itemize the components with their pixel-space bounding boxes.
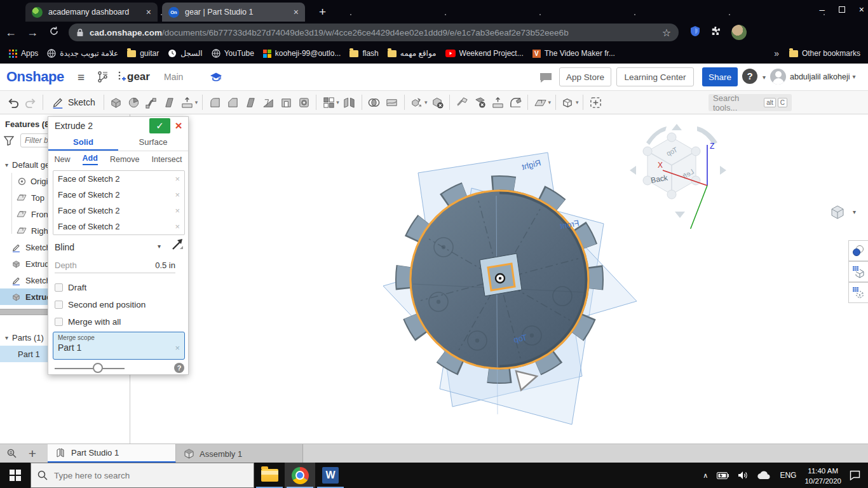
remove-merge-scope-icon[interactable]: × [175, 343, 180, 353]
add-tab-button[interactable]: + [24, 446, 41, 461]
taskbar-search[interactable] [31, 463, 254, 488]
configurations-button[interactable] [848, 282, 868, 303]
new-tab-button[interactable]: + [319, 5, 326, 19]
named-views-button[interactable] [848, 261, 868, 282]
modify-fillet-button[interactable] [506, 93, 524, 111]
browser-tab-1[interactable]: academany dashboard × [25, 3, 158, 22]
bookmark-guitar-folder[interactable]: guitar [127, 49, 159, 58]
bookmarks-overflow-icon[interactable]: » [774, 48, 779, 58]
bookmark-history[interactable]: السجل [168, 49, 203, 58]
dialog-accept-button[interactable]: ✓ [149, 118, 170, 133]
help-caret-icon[interactable]: ▾ [763, 74, 766, 81]
sweep-button[interactable] [143, 93, 161, 111]
clock[interactable]: 11:40 AM 10/27/2020 [801, 463, 845, 488]
other-bookmarks[interactable]: Other bookmarks [789, 49, 860, 58]
hole-button[interactable] [295, 93, 313, 111]
delete-face-button[interactable] [471, 93, 489, 111]
pattern-button[interactable] [320, 93, 337, 111]
tray-expand-icon[interactable]: ∧ [698, 463, 712, 488]
extension-puzzle-icon[interactable] [710, 26, 721, 39]
comment-icon[interactable] [539, 72, 553, 86]
loft-button[interactable] [161, 93, 179, 111]
share-button[interactable]: Share [702, 67, 738, 86]
thicken-button[interactable] [179, 93, 196, 111]
end-type-dropdown[interactable]: Blind [55, 239, 183, 255]
view-cube[interactable]: Top Back Left Z X Y [626, 121, 737, 229]
tab-part-studio-1[interactable]: Part Studio 1 [48, 444, 176, 463]
tab-solid[interactable]: Solid [48, 135, 118, 151]
tab-close-icon[interactable]: × [294, 7, 299, 17]
restore-button[interactable] [839, 6, 845, 13]
taskbar-search-input[interactable] [54, 471, 232, 480]
remove-face-icon[interactable]: × [175, 206, 180, 215]
remove-face-icon[interactable]: × [175, 190, 180, 200]
volume-icon[interactable] [733, 463, 752, 488]
bookmark-weekend-project[interactable]: Weekend Project... [445, 49, 524, 58]
dialog-help-icon[interactable]: ? [174, 363, 184, 373]
onedrive-icon[interactable] [752, 463, 775, 488]
bookmark-new-tab[interactable]: علامة تبويب جديدة [47, 49, 118, 58]
fillet-button[interactable] [206, 93, 224, 111]
bookmark-youtube[interactable]: YouTube [212, 49, 254, 58]
face-list-item[interactable]: Face of Sketch 2 × [53, 187, 184, 203]
thicken-caret-icon[interactable]: ▾ [195, 99, 198, 105]
taskbar-chrome[interactable] [285, 463, 315, 488]
expand-caret-icon[interactable]: ▾ [5, 161, 8, 168]
learning-center-button[interactable]: Learning Center [616, 67, 694, 86]
merge-all-checkbox[interactable] [55, 318, 63, 326]
bookmark-flash-folder[interactable]: flash [349, 49, 378, 58]
browser-tab-2-active[interactable]: On gear | Part Studio 1 × [162, 3, 305, 22]
main-menu-icon[interactable]: ≡ [78, 71, 85, 85]
bookmark-important-sites-folder[interactable]: مواقع مهمه [388, 49, 437, 58]
merge-all-checkbox-row[interactable]: Merge with all [55, 314, 182, 329]
shell-button[interactable] [277, 93, 295, 111]
split-button[interactable] [383, 93, 401, 111]
plane-button[interactable] [531, 93, 549, 111]
reload-button[interactable] [43, 26, 65, 39]
transform-caret-icon[interactable]: ▾ [424, 99, 428, 105]
filter-funnel-icon[interactable] [4, 136, 14, 146]
op-add[interactable]: Add [83, 154, 98, 165]
sketch-button[interactable]: Sketch [46, 93, 100, 111]
boolean-button[interactable] [365, 93, 383, 111]
versions-icon[interactable] [97, 71, 109, 86]
taskbar-word[interactable]: W [315, 463, 346, 488]
action-center-icon[interactable] [845, 463, 868, 488]
op-new[interactable]: New [55, 155, 71, 164]
face-list-item[interactable]: Face of Sketch 2 × [53, 219, 184, 234]
depth-field[interactable]: Depth 0.5 in [55, 258, 175, 273]
rib-button[interactable] [259, 93, 277, 111]
forward-button[interactable]: → [22, 26, 43, 39]
start-button[interactable] [0, 463, 31, 488]
language-indicator[interactable]: ENG [775, 463, 801, 488]
vpn-shield-icon[interactable] [690, 25, 700, 39]
slider-track[interactable] [55, 368, 125, 369]
extract-surface-button[interactable] [489, 93, 506, 111]
remove-face-icon[interactable]: × [175, 174, 180, 184]
battery-icon[interactable] [712, 463, 733, 488]
pattern-caret-icon[interactable]: ▾ [336, 99, 339, 105]
merge-scope-field[interactable]: Merge scope Part 1 × [53, 332, 185, 360]
extrude-button[interactable] [107, 93, 125, 111]
face-list-item[interactable]: Face of Sketch 2 × [53, 203, 184, 219]
draft-checkbox-row[interactable]: Draft [55, 280, 182, 295]
second-end-checkbox-row[interactable]: Second end position [55, 297, 182, 312]
app-store-button[interactable]: App Store [559, 67, 611, 86]
bookmark-video-maker[interactable]: V The Video Maker fr... [532, 49, 615, 58]
redo-button[interactable] [22, 93, 39, 111]
expand-caret-icon[interactable]: ▾ [5, 334, 8, 341]
revolve-button[interactable] [125, 93, 143, 111]
appearance-button[interactable] [848, 240, 868, 261]
chamfer-button[interactable] [224, 93, 241, 111]
plane-caret-icon[interactable]: ▾ [548, 99, 551, 105]
onshape-logo[interactable]: Onshape [6, 69, 64, 85]
second-end-checkbox[interactable] [55, 301, 63, 309]
learning-cap-icon[interactable] [210, 72, 222, 85]
back-button[interactable]: ← [0, 26, 22, 39]
transform-button[interactable] [408, 93, 426, 111]
bookmark-outlook[interactable]: kooheji-99@outlo... [263, 49, 341, 58]
element-search-icon[interactable] [4, 446, 20, 461]
insert-new-element-icon[interactable] [116, 71, 127, 86]
move-face-button[interactable] [453, 93, 471, 111]
search-tools-input[interactable]: Search tools... alt C [709, 94, 792, 111]
